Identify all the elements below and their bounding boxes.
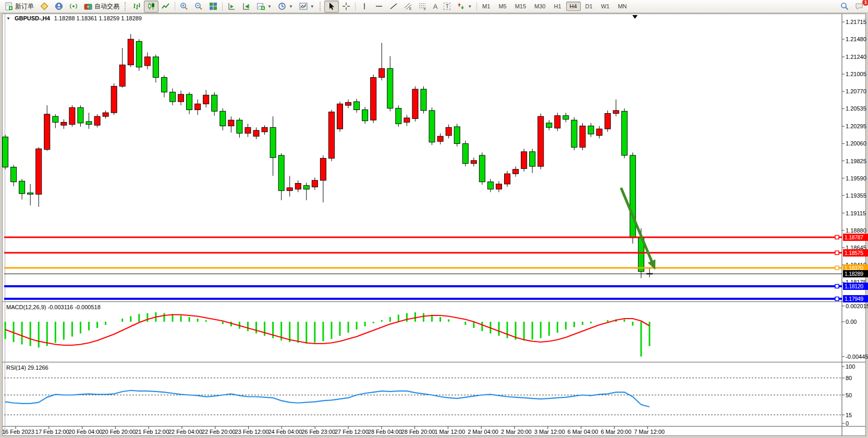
candle-body bbox=[270, 127, 276, 157]
candle-body bbox=[153, 57, 158, 77]
line-drag-handle[interactable] bbox=[835, 266, 839, 270]
mt4-application: 新订单 自动交易 bbox=[0, 0, 868, 438]
macd-indicator-values: -0.003116 -0.000518 bbox=[47, 304, 100, 310]
candle-body bbox=[245, 127, 251, 133]
price-tick-label: 1.21715 bbox=[846, 19, 866, 25]
candle-body bbox=[195, 104, 201, 110]
candle-body bbox=[161, 77, 167, 92]
candle-body bbox=[555, 116, 560, 128]
price-chart-canvas[interactable] bbox=[0, 0, 868, 438]
zoom-out-button[interactable] bbox=[191, 1, 206, 13]
candle-body bbox=[580, 126, 585, 148]
signals-button[interactable] bbox=[66, 1, 81, 13]
indicator-axis-label: -0.004451 bbox=[846, 354, 868, 360]
candle-body bbox=[144, 57, 150, 66]
candle-body bbox=[228, 120, 234, 126]
auto-trading-icon bbox=[84, 2, 92, 10]
new-chart-button[interactable]: ▼ bbox=[253, 1, 275, 13]
arrows-tool-button[interactable]: ▼ bbox=[454, 1, 475, 13]
timeframe-button-m30[interactable]: M30 bbox=[531, 2, 549, 11]
chart-end-icon bbox=[242, 2, 250, 10]
line-drag-handle[interactable] bbox=[835, 297, 839, 301]
price-tick-label: 1.21240 bbox=[846, 54, 866, 60]
candle-body bbox=[203, 95, 209, 104]
candle-body bbox=[3, 137, 8, 167]
timeframe-button-w1[interactable]: W1 bbox=[597, 2, 614, 11]
timeframe-button-m15[interactable]: M15 bbox=[511, 2, 530, 11]
notifications-button[interactable]: 1 bbox=[852, 1, 866, 13]
toolbar-grip[interactable] bbox=[320, 2, 322, 11]
trendline-tool-button[interactable] bbox=[386, 1, 401, 13]
text-label-tool-button[interactable]: T bbox=[441, 1, 454, 13]
candle-body bbox=[11, 167, 17, 182]
candle-body bbox=[379, 69, 385, 78]
bar-chart-mode-button[interactable] bbox=[129, 1, 144, 13]
price-tick-label: 1.18880 bbox=[846, 227, 866, 234]
candlestick-mode-button[interactable] bbox=[144, 1, 158, 13]
candle-body bbox=[128, 39, 133, 65]
chart-shift-marker[interactable] bbox=[632, 15, 638, 19]
arrow-stamps-icon bbox=[457, 2, 465, 10]
tile-windows-button[interactable] bbox=[206, 1, 221, 13]
candle-body bbox=[287, 188, 292, 191]
macd-panel-label: MACD(12,26,9) -0.003116 -0.000518 bbox=[6, 304, 101, 310]
candle-body bbox=[170, 92, 176, 102]
timeframe-button-d1[interactable]: D1 bbox=[582, 2, 596, 11]
toolbar-grip[interactable] bbox=[125, 2, 127, 11]
chart-end-button[interactable] bbox=[239, 1, 253, 13]
candle-body bbox=[530, 152, 535, 166]
templates-button[interactable]: ▼ bbox=[296, 1, 317, 13]
template-icon bbox=[299, 2, 308, 10]
new-order-label: 新订单 bbox=[15, 2, 34, 11]
price-tick-label: 1.20060 bbox=[846, 140, 866, 147]
timeframe-button-h1[interactable]: H1 bbox=[550, 2, 565, 11]
time-tick-label: 24 Feb 04:00 bbox=[268, 429, 302, 435]
indicator-axis-label: 0.00 bbox=[846, 319, 857, 325]
auto-trading-button[interactable]: 自动交易 bbox=[81, 1, 123, 13]
search-button[interactable] bbox=[837, 1, 852, 13]
timeframe-button-m1[interactable]: M1 bbox=[479, 2, 494, 11]
fibonacci-tool-button[interactable]: F bbox=[415, 1, 430, 13]
mql-market-button[interactable] bbox=[37, 1, 52, 13]
candle-body bbox=[505, 174, 510, 184]
periods-button[interactable]: ▼ bbox=[275, 1, 296, 13]
indicator-axis-label: 0 bbox=[846, 420, 849, 427]
line-chart-mode-button[interactable] bbox=[158, 1, 173, 13]
candle-body bbox=[119, 65, 125, 86]
time-tick-label: 21 Feb 12:00 bbox=[135, 429, 169, 435]
line-drag-handle[interactable] bbox=[835, 235, 839, 239]
timeframe-button-m5[interactable]: M5 bbox=[495, 2, 510, 11]
price-tick-label: 1.20535 bbox=[846, 105, 866, 112]
zoom-in-button[interactable] bbox=[177, 1, 191, 13]
price-tick-label: 1.21480 bbox=[846, 36, 866, 42]
vertical-line-tool-button[interactable] bbox=[357, 1, 372, 13]
price-line-badge: 1.18787 bbox=[843, 234, 868, 241]
search-icon bbox=[840, 2, 849, 10]
time-tick-label: 3 Mar 12:00 bbox=[534, 429, 565, 435]
candle-body bbox=[212, 95, 217, 111]
auto-trading-label: 自动交易 bbox=[94, 2, 119, 11]
candle-body bbox=[404, 118, 410, 122]
text-tool-button[interactable]: A bbox=[430, 1, 441, 13]
line-drag-handle[interactable] bbox=[835, 284, 839, 288]
crosshair-tool-button[interactable] bbox=[339, 1, 353, 13]
candle-body bbox=[396, 108, 401, 124]
bid-price-badge: 1.18289 bbox=[843, 270, 868, 277]
candle-body bbox=[362, 110, 368, 121]
horizontal-line-tool-button[interactable] bbox=[372, 1, 386, 13]
community-button[interactable] bbox=[52, 1, 66, 13]
trendline-icon bbox=[389, 2, 398, 10]
candle-body bbox=[220, 111, 226, 126]
channel-tool-button[interactable]: E bbox=[401, 1, 415, 13]
time-tick-label: 6 Mar 20:00 bbox=[601, 429, 631, 435]
cursor-tool-button[interactable] bbox=[324, 1, 339, 13]
candle-body bbox=[371, 77, 376, 120]
chart-forward-button[interactable] bbox=[224, 1, 239, 13]
candle-body bbox=[320, 159, 326, 180]
symbol-dropdown-icon[interactable]: ▼ bbox=[6, 16, 10, 21]
line-drag-handle[interactable] bbox=[835, 251, 839, 254]
timeframe-button-mn[interactable]: MN bbox=[614, 2, 630, 11]
new-order-button[interactable]: 新订单 bbox=[2, 1, 37, 13]
time-tick-label: 27 Feb 12:00 bbox=[335, 429, 369, 435]
timeframe-button-h4[interactable]: H4 bbox=[566, 2, 581, 11]
